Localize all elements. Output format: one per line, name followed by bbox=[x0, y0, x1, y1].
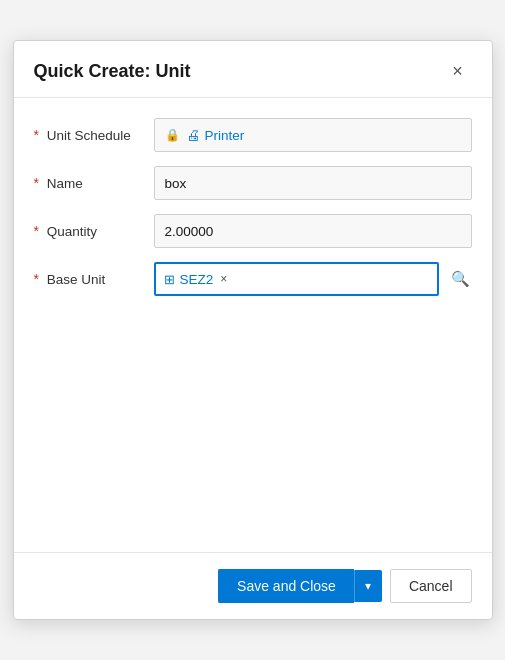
save-dropdown-button[interactable]: ▾ bbox=[354, 570, 382, 602]
save-and-close-button[interactable]: Save and Close bbox=[218, 569, 354, 603]
dialog-body: * Unit Schedule 🔒 🖨 Printer * Name bbox=[14, 98, 492, 552]
base-unit-inner: ⊞ SEZ2 × bbox=[164, 272, 429, 287]
base-unit-field[interactable]: ⊞ SEZ2 × bbox=[154, 262, 439, 296]
unit-schedule-row: * Unit Schedule 🔒 🖨 Printer bbox=[34, 118, 472, 152]
required-star: * bbox=[34, 271, 39, 287]
printer-link[interactable]: 🖨 Printer bbox=[186, 127, 245, 143]
quantity-label: * Quantity bbox=[34, 223, 154, 239]
quick-create-dialog: Quick Create: Unit × * Unit Schedule 🔒 🖨… bbox=[13, 40, 493, 620]
close-icon: × bbox=[452, 61, 463, 82]
name-input[interactable] bbox=[165, 176, 461, 191]
search-icon: 🔍 bbox=[451, 270, 470, 287]
name-row: * Name bbox=[34, 166, 472, 200]
remove-base-unit-button[interactable]: × bbox=[218, 273, 229, 285]
name-field[interactable] bbox=[154, 166, 472, 200]
base-unit-tag[interactable]: SEZ2 bbox=[180, 272, 214, 287]
base-unit-row: * Base Unit ⊞ SEZ2 × 🔍 bbox=[34, 262, 472, 296]
required-star: * bbox=[34, 127, 39, 143]
unit-icon: ⊞ bbox=[164, 272, 175, 287]
cancel-button[interactable]: Cancel bbox=[390, 569, 472, 603]
unit-schedule-field: 🔒 🖨 Printer bbox=[154, 118, 472, 152]
dialog-title: Quick Create: Unit bbox=[34, 61, 191, 82]
required-star: * bbox=[34, 175, 39, 191]
dialog-footer: Save and Close ▾ Cancel bbox=[14, 552, 492, 619]
dialog-header: Quick Create: Unit × bbox=[14, 41, 492, 98]
quantity-field[interactable] bbox=[154, 214, 472, 248]
name-label: * Name bbox=[34, 175, 154, 191]
base-unit-wrapper: ⊞ SEZ2 × 🔍 bbox=[154, 262, 472, 296]
base-unit-label: * Base Unit bbox=[34, 271, 154, 287]
close-button[interactable]: × bbox=[444, 57, 472, 85]
required-star: * bbox=[34, 223, 39, 239]
lock-icon: 🔒 bbox=[165, 128, 180, 142]
base-unit-search-button[interactable]: 🔍 bbox=[449, 270, 472, 288]
chevron-down-icon: ▾ bbox=[365, 579, 371, 593]
quantity-row: * Quantity bbox=[34, 214, 472, 248]
unit-schedule-label: * Unit Schedule bbox=[34, 127, 154, 143]
printer-icon: 🖨 bbox=[186, 127, 200, 143]
quantity-input[interactable] bbox=[165, 224, 461, 239]
